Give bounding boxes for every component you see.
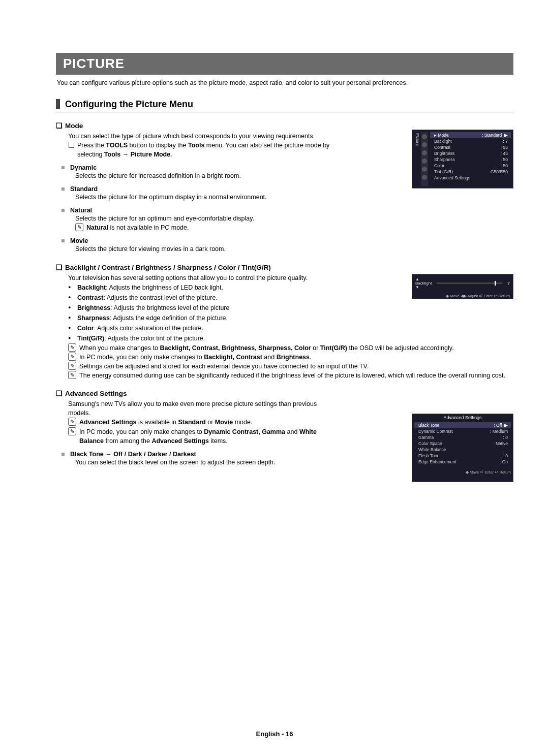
banner-title: PICTURE xyxy=(56,53,513,75)
adv-intro: Samsung's new TVs allow you to make even… xyxy=(68,399,332,418)
page-footer: English - 16 xyxy=(0,730,549,738)
mode-natural-title: Natural xyxy=(61,207,513,214)
note-icon: ✎ xyxy=(68,371,76,379)
mode-movie-title: Movie xyxy=(61,237,513,244)
osd-adv-hints: ◆ Move ⏎ Enter ↩ Return xyxy=(412,467,513,476)
mode-tools-note: 🞎 Press the TOOLS button to display the … xyxy=(68,141,332,159)
osd-side-label: Picture xyxy=(414,132,421,186)
bc-item: Tint(G/R): Adjusts the color tint of the… xyxy=(68,333,513,343)
osd-row: Edge Enhancement: On xyxy=(414,459,511,465)
note-icon: ✎ xyxy=(75,223,83,231)
mode-standard-desc: Selects the picture for the optimum disp… xyxy=(75,193,513,202)
bc-intro: Your television has several setting opti… xyxy=(68,273,332,282)
osd-row: ▸ Mode : Standard ▶ xyxy=(430,132,511,138)
osd-row: Gamma: 0 xyxy=(414,434,511,440)
osd-row: White Balance xyxy=(414,447,511,453)
tools-icon: 🞎 xyxy=(68,141,77,159)
osd-row: Brightness: 45 xyxy=(430,150,511,156)
bc-note: ✎ When you make changes to Backlight, Co… xyxy=(68,343,513,353)
mode-movie-desc: Selects the picture for viewing movies i… xyxy=(75,244,513,254)
osd-row: Backlight: 7 xyxy=(430,138,511,144)
osd-slider-hints: ◆ Move ◀▶ Adjust ⏎ Enter ↩ Return xyxy=(415,294,510,298)
note-icon: ✎ xyxy=(68,418,76,426)
mode-natural-desc: Selects the picture for an optimum and e… xyxy=(75,214,513,223)
bc-note: ✎ The energy consumed during use can be … xyxy=(68,371,513,380)
osd-adv-title: Advanced Settings xyxy=(412,414,513,422)
mode-heading: Mode xyxy=(56,121,513,130)
osd-backlight-slider: ▲Backlight▼ 7 ◆ Move ◀▶ Adjust ⏎ Enter ↩… xyxy=(412,274,513,299)
osd-row: Color Space: Native xyxy=(414,440,511,447)
slider-value: 7 xyxy=(507,281,510,286)
osd-row: Contrast: 95 xyxy=(430,144,511,150)
adv-heading: Advanced Settings xyxy=(56,389,513,397)
banner-subtitle: You can configure various picture option… xyxy=(57,79,513,88)
adv-note: ✎ In PC mode, you can only make changes … xyxy=(68,427,332,446)
osd-row: Dynamic Contrast: Medium xyxy=(414,428,511,434)
slider-track-icon xyxy=(437,282,502,284)
bc-item: Sharpness: Adjusts the edge definition o… xyxy=(68,313,513,323)
osd-row: Black Tone : Off ▶ xyxy=(414,422,511,428)
bc-item: Color: Adjusts color saturation of the p… xyxy=(68,323,513,333)
bc-note: ✎ Settings can be adjusted and stored fo… xyxy=(68,362,513,371)
osd-advanced-settings: Advanced Settings Black Tone : Off ▶ Dyn… xyxy=(412,414,513,482)
section-header: Configuring the Picture Menu xyxy=(56,99,513,112)
bc-heading: Backlight / Contrast / Brightness / Shar… xyxy=(56,263,513,271)
adv-note: ✎ Advanced Settings is available in Stan… xyxy=(68,418,332,427)
section-title: Configuring the Picture Menu xyxy=(65,99,193,110)
note-icon: ✎ xyxy=(68,343,76,352)
osd-row: Advanced Settings xyxy=(430,175,511,181)
note-icon: ✎ xyxy=(68,362,76,370)
osd-row: Sharpness: 50 xyxy=(430,156,511,163)
osd-row: Tint (G/R): G50/R50 xyxy=(430,169,511,175)
note-icon: ✎ xyxy=(68,353,76,361)
bc-item: Brightness: Adjusts the brightness level… xyxy=(68,303,513,313)
osd-row: Color: 50 xyxy=(430,163,511,169)
section-bar-icon xyxy=(56,99,60,109)
osd-row: Flesh Tone: 0 xyxy=(414,453,511,459)
mode-natural-note: ✎ Natural is not available in PC mode. xyxy=(75,223,513,232)
osd-sidebar-icons xyxy=(421,132,428,186)
osd-picture-menu: Picture ▸ Mode : Standard ▶ Backlight: 7… xyxy=(412,130,513,188)
note-icon: ✎ xyxy=(68,427,76,435)
mode-intro: You can select the type of picture which… xyxy=(68,132,332,141)
bc-note: ✎ In PC mode, you can only make changes … xyxy=(68,353,513,362)
